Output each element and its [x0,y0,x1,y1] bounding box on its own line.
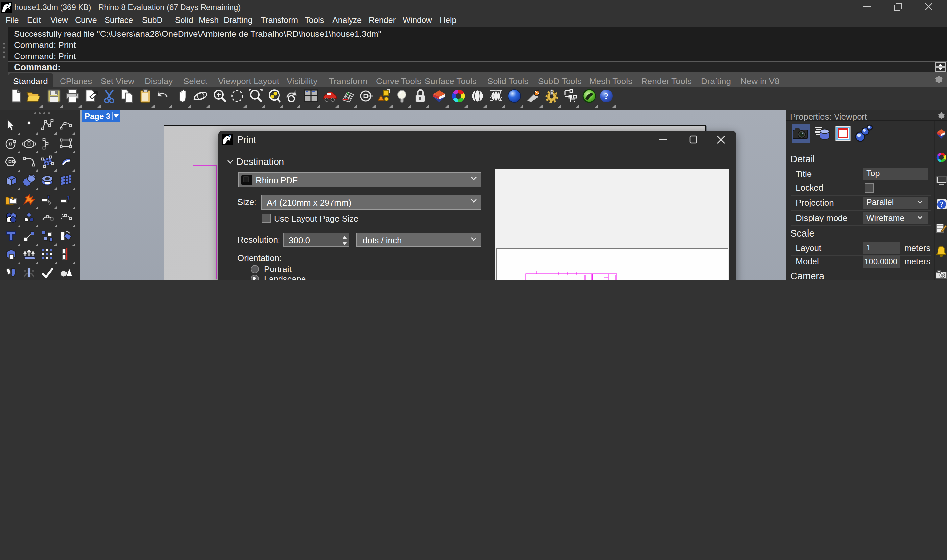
svg-text:8: 8 [9,2,11,7]
svg-text:?: ? [940,200,943,208]
svg-text:?: ? [604,91,609,101]
svg-text:8: 8 [229,134,231,139]
